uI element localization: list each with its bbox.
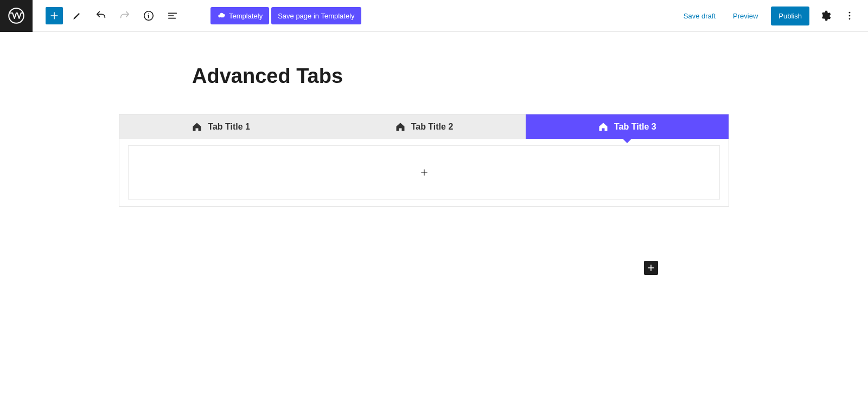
outline-button[interactable] xyxy=(163,6,182,25)
home-icon xyxy=(192,121,202,132)
undo-button[interactable] xyxy=(91,6,111,25)
info-button[interactable] xyxy=(139,6,158,25)
svg-point-6 xyxy=(849,15,851,17)
svg-point-4 xyxy=(221,18,222,19)
editor-topbar: Templately Save page in Templately Save … xyxy=(0,0,868,32)
more-options-button[interactable] xyxy=(842,8,857,23)
svg-point-2 xyxy=(220,17,221,18)
settings-button[interactable] xyxy=(818,8,833,23)
edit-tool-button[interactable] xyxy=(67,6,87,25)
list-view-icon xyxy=(167,10,178,22)
svg-point-3 xyxy=(222,17,223,18)
plus-icon xyxy=(646,263,656,273)
tab-label: Tab Title 3 xyxy=(614,122,656,132)
page-title[interactable]: Advanced Tabs xyxy=(192,65,868,88)
advanced-tabs-block[interactable]: Tab Title 1 Tab Title 2 Tab Title 3 xyxy=(119,114,729,207)
save-draft-button[interactable]: Save draft xyxy=(679,9,720,23)
publish-button[interactable]: Publish xyxy=(771,7,809,25)
save-page-templately-button[interactable]: Save page in Templately xyxy=(271,7,361,24)
home-icon xyxy=(598,121,609,132)
add-block-button[interactable] xyxy=(46,7,63,24)
editor-canvas: Advanced Tabs Tab Title 1 Tab Title 2 Ta… xyxy=(0,32,868,207)
tab-2[interactable]: Tab Title 2 xyxy=(322,114,525,139)
templately-button[interactable]: Templately xyxy=(210,7,269,24)
tab-label: Tab Title 2 xyxy=(411,122,454,132)
content-inner-block[interactable] xyxy=(128,145,720,200)
wordpress-logo-button[interactable] xyxy=(0,0,33,32)
svg-point-0 xyxy=(9,8,24,23)
tabs-header: Tab Title 1 Tab Title 2 Tab Title 3 xyxy=(119,114,729,139)
toolbar-right-group: Save draft Preview Publish xyxy=(679,7,868,25)
tab-1[interactable]: Tab Title 1 xyxy=(119,114,322,139)
redo-button[interactable] xyxy=(115,6,135,25)
tab-content-panel[interactable] xyxy=(119,139,729,206)
floating-add-block-button[interactable] xyxy=(644,261,658,275)
wordpress-icon xyxy=(8,8,24,24)
redo-icon xyxy=(119,10,131,22)
info-icon xyxy=(143,10,155,22)
save-page-templately-label: Save page in Templately xyxy=(278,12,354,20)
cloud-icon xyxy=(217,11,226,20)
gear-icon xyxy=(820,10,832,22)
templately-button-group: Templately Save page in Templately xyxy=(210,7,361,24)
pencil-icon xyxy=(72,10,82,21)
svg-point-7 xyxy=(849,18,851,20)
kebab-icon xyxy=(844,10,855,21)
templately-label: Templately xyxy=(229,12,263,20)
add-content-button[interactable] xyxy=(418,166,431,179)
tab-label: Tab Title 1 xyxy=(208,122,250,132)
home-icon xyxy=(395,121,406,132)
svg-point-5 xyxy=(849,12,851,14)
preview-button[interactable]: Preview xyxy=(729,9,762,23)
plus-icon xyxy=(419,168,429,177)
tab-3[interactable]: Tab Title 3 xyxy=(526,114,729,139)
toolbar-left-group: Templately Save page in Templately xyxy=(33,6,361,25)
plus-icon xyxy=(49,10,60,21)
undo-icon xyxy=(95,10,107,22)
